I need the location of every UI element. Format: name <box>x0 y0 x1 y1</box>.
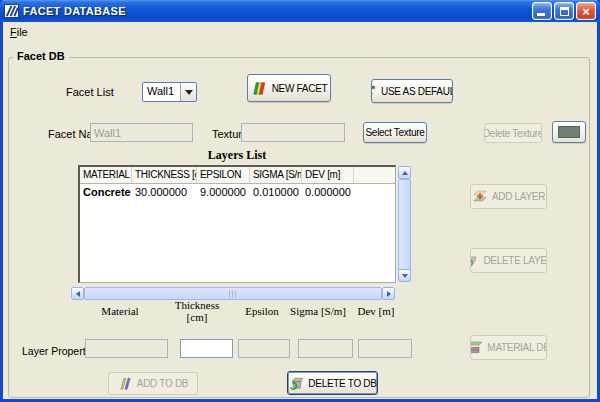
scroll-up-button[interactable] <box>398 166 411 179</box>
epsilon-column-label: Epsilon <box>245 305 279 317</box>
delete-to-db-button-label: DELETE TO DB <box>308 378 376 389</box>
vertical-scrollbar[interactable] <box>397 165 410 283</box>
select-texture-button-label: Select Texture <box>366 127 425 138</box>
material-db-button-label: MATERIAL DB <box>487 342 547 353</box>
thickness-column-label: Thickness [cm] <box>175 299 220 323</box>
layer-stack-icon <box>470 340 483 355</box>
chevron-left-icon <box>76 291 80 297</box>
cell-material: Concrete <box>80 184 132 200</box>
facet-list-dropdown[interactable]: Wall1 <box>142 82 197 102</box>
column-header-epsilon[interactable]: EPSILON <box>197 167 250 183</box>
scroll-down-button[interactable] <box>398 269 411 282</box>
add-to-db-button[interactable]: ADD TO DB <box>108 372 198 395</box>
material-db-button[interactable]: MATERIAL DB <box>470 335 547 360</box>
close-button[interactable]: × <box>576 2 596 20</box>
column-header-material[interactable]: MATERIAL <box>80 167 132 183</box>
cell-dev: 0.000000 <box>302 184 354 200</box>
chevron-down-icon <box>185 90 193 95</box>
layer-prop-dev-field[interactable] <box>358 339 412 358</box>
maximize-button[interactable] <box>554 2 574 20</box>
menu-file[interactable]: File <box>3 24 35 40</box>
layer-prop-epsilon-field[interactable] <box>238 339 290 358</box>
window-title: FACET DATABASE <box>23 5 126 17</box>
facet-list-selected-value: Wall1 <box>143 83 180 101</box>
delete-to-db-button[interactable]: DELETE TO DB <box>287 371 378 395</box>
add-layer-button[interactable]: ADD LAYER <box>470 184 547 209</box>
cell-thickness: 30.000000 <box>132 184 197 200</box>
layers-table-header: MATERIAL THICKNESS [cm] EPSILON SIGMA [S… <box>80 167 395 184</box>
delete-texture-button[interactable]: Delete Texture <box>484 123 542 143</box>
dev-column-label: Dev [m] <box>358 305 395 317</box>
horizontal-scroll-thumb[interactable] <box>84 287 382 300</box>
menubar: File <box>3 22 597 42</box>
sigma-column-label: Sigma [S/m] <box>290 305 346 317</box>
facet-app-icon <box>4 4 19 18</box>
new-facet-button[interactable]: NEW FACET <box>247 74 331 102</box>
layer-prop-sigma-field[interactable] <box>298 339 353 358</box>
cell-epsilon: 9.000000 <box>197 184 250 200</box>
recycle-box-icon <box>288 375 304 391</box>
column-header-sigma[interactable]: SIGMA [S/m] <box>250 167 302 183</box>
column-header-dev[interactable]: DEV [m] <box>302 167 354 183</box>
dropdown-arrow-button[interactable] <box>180 83 196 101</box>
delete-layer-button-label: DELETE LAYER <box>483 255 547 266</box>
scroll-right-button[interactable] <box>382 287 395 300</box>
minimize-button[interactable] <box>532 2 552 20</box>
select-texture-button[interactable]: Select Texture <box>363 122 427 143</box>
use-as-default-button[interactable]: USE AS DEFAULT <box>371 79 453 103</box>
chevron-right-icon <box>387 291 391 297</box>
horizontal-scrollbar[interactable] <box>70 286 396 299</box>
scroll-grip <box>229 290 238 297</box>
layer-prop-material-field[interactable] <box>85 339 168 358</box>
delete-texture-button-label: Delete Texture <box>484 128 542 139</box>
window-border-left <box>0 0 3 402</box>
scroll-left-button[interactable] <box>71 287 84 300</box>
layer-prop-thickness-field[interactable] <box>180 339 233 358</box>
layers-table: MATERIAL THICKNESS [cm] EPSILON SIGMA [S… <box>78 165 396 283</box>
chevron-up-icon <box>402 171 408 175</box>
clamp-down-icon <box>371 84 377 98</box>
minimize-icon <box>537 13 545 16</box>
add-layer-icon <box>472 189 488 204</box>
facet-db-group-label: Facet DB <box>13 50 69 62</box>
facet-database-window: FACET DATABASE × File Facet DB Facet Lis… <box>0 0 600 402</box>
titlebar: FACET DATABASE × <box>0 0 600 22</box>
table-row[interactable]: Concrete 30.000000 9.000000 0.010000 0.0… <box>80 184 395 200</box>
column-header-thickness[interactable]: THICKNESS [cm] <box>132 167 197 183</box>
books-icon <box>118 376 133 391</box>
close-icon: × <box>582 5 590 18</box>
facet-list-label: Facet List <box>66 86 114 98</box>
add-to-db-button-label: ADD TO DB <box>137 378 188 389</box>
material-column-label: Material <box>101 305 138 317</box>
column-header-filler <box>354 167 395 183</box>
recycle-layer-icon <box>470 253 479 268</box>
layers-list-title: Layers List <box>78 148 396 163</box>
cell-sigma: 0.010000 <box>250 184 302 200</box>
use-as-default-button-label: USE AS DEFAULT <box>381 86 453 97</box>
texture-color-swatch <box>558 126 580 138</box>
color-layers-fan-icon <box>251 80 268 97</box>
chevron-down-icon <box>402 274 408 278</box>
maximize-icon <box>560 7 569 16</box>
facet-name-input[interactable] <box>90 123 193 142</box>
vertical-scroll-thumb[interactable] <box>398 179 411 271</box>
texture-color-button[interactable] <box>552 121 586 143</box>
new-facet-button-label: NEW FACET <box>272 83 328 94</box>
texture-input[interactable] <box>241 123 345 142</box>
add-layer-button-label: ADD LAYER <box>492 191 545 202</box>
delete-layer-button[interactable]: DELETE LAYER <box>470 248 547 273</box>
